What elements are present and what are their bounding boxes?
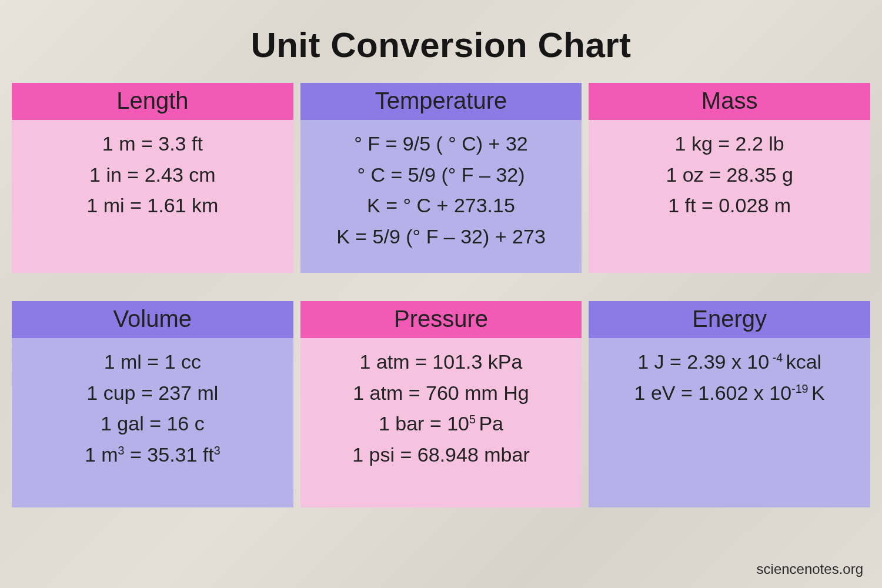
card-temperature-body: ° F = 9/5 ( ° C) + 32 ° C = 5/9 (° F – 3…: [300, 120, 582, 273]
conv-row: 1 mi = 1.61 km: [18, 190, 288, 221]
conv-row: 1 ml = 1 cc: [18, 346, 288, 377]
card-length-body: 1 m = 3.3 ft 1 in = 2.43 cm 1 mi = 1.61 …: [12, 120, 293, 273]
row-gap: [0, 273, 882, 301]
card-volume-header: Volume: [12, 301, 293, 338]
conv-row: 1 psi = 68.948 mbar: [306, 439, 576, 470]
conv-row: 1 cup = 237 ml: [18, 377, 288, 409]
attribution: sciencenotes.org: [757, 561, 863, 577]
conv-row: 1 bar = 105 Pa: [306, 408, 576, 439]
conv-row: 1 J = 2.39 x 10 -4 kcal: [594, 346, 864, 377]
page-title: Unit Conversion Chart: [0, 0, 882, 83]
card-volume-body: 1 ml = 1 cc 1 cup = 237 ml 1 gal = 16 c …: [12, 338, 293, 507]
conv-row: 1 kg = 2.2 lb: [594, 128, 864, 159]
card-temperature-header: Temperature: [300, 83, 582, 120]
conv-row: 1 atm = 101.3 kPa: [306, 346, 576, 377]
row-2: Volume 1 ml = 1 cc 1 cup = 237 ml 1 gal …: [0, 301, 882, 507]
conv-row: 1 m = 3.3 ft: [18, 128, 288, 159]
card-volume: Volume 1 ml = 1 cc 1 cup = 237 ml 1 gal …: [12, 301, 293, 507]
card-pressure-body: 1 atm = 101.3 kPa 1 atm = 760 mm Hg 1 ba…: [300, 338, 582, 507]
conv-row: 1 gal = 16 c: [18, 408, 288, 439]
conv-row: 1 m3 = 35.31 ft3: [18, 439, 288, 470]
row-1: Length 1 m = 3.3 ft 1 in = 2.43 cm 1 mi …: [0, 83, 882, 273]
conv-row: K = ° C + 273.15: [306, 190, 576, 221]
conv-row: ° F = 9/5 ( ° C) + 32: [306, 128, 576, 159]
card-length-header: Length: [12, 83, 293, 120]
conv-row: 1 oz = 28.35 g: [594, 159, 864, 191]
card-mass-body: 1 kg = 2.2 lb 1 oz = 28.35 g 1 ft = 0.02…: [589, 120, 870, 273]
conv-row: 1 ft = 0.028 m: [594, 190, 864, 221]
conv-row: K = 5/9 (° F – 32) + 273: [306, 221, 576, 252]
card-pressure-header: Pressure: [300, 301, 582, 338]
conv-row: 1 eV = 1.602 x 10-19 K: [594, 377, 864, 409]
card-pressure: Pressure 1 atm = 101.3 kPa 1 atm = 760 m…: [300, 301, 582, 507]
conv-row: 1 atm = 760 mm Hg: [306, 377, 576, 409]
conv-row: ° C = 5/9 (° F – 32): [306, 159, 576, 191]
card-energy-body: 1 J = 2.39 x 10 -4 kcal 1 eV = 1.602 x 1…: [589, 338, 870, 507]
card-mass: Mass 1 kg = 2.2 lb 1 oz = 28.35 g 1 ft =…: [589, 83, 870, 273]
card-mass-header: Mass: [589, 83, 870, 120]
card-energy: Energy 1 J = 2.39 x 10 -4 kcal 1 eV = 1.…: [589, 301, 870, 507]
card-energy-header: Energy: [589, 301, 870, 338]
card-length: Length 1 m = 3.3 ft 1 in = 2.43 cm 1 mi …: [12, 83, 293, 273]
card-temperature: Temperature ° F = 9/5 ( ° C) + 32 ° C = …: [300, 83, 582, 273]
conv-row: 1 in = 2.43 cm: [18, 159, 288, 191]
